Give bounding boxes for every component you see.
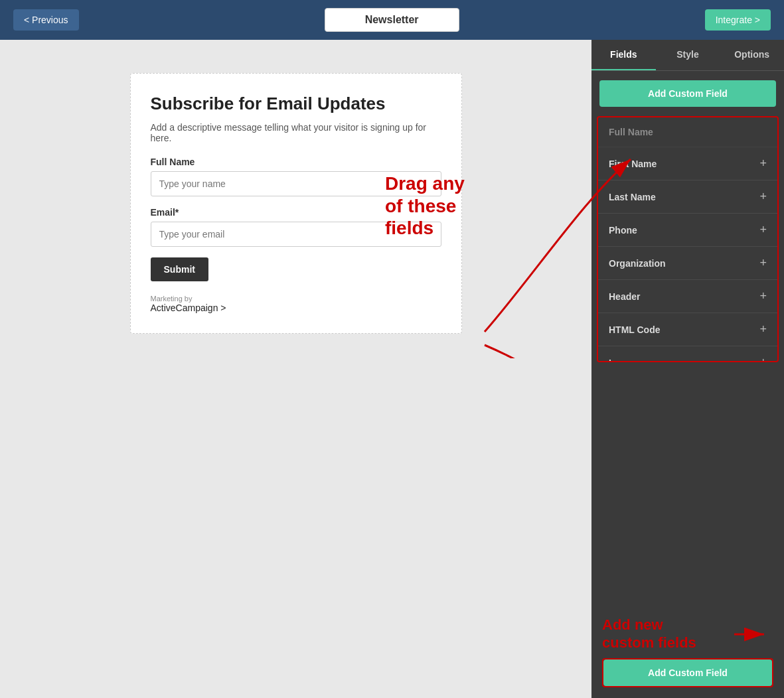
field-item-full-name: Full Name bbox=[598, 117, 777, 147]
add-custom-top-section: Add Custom Field bbox=[599, 80, 776, 107]
drag-hint-text: Drag anyof thesefields bbox=[385, 173, 465, 240]
sidebar-bottom: Add newcustom fields Add Custom Field bbox=[591, 606, 784, 698]
sidebar: Fields Style Options Add Custom Field Fu… bbox=[591, 40, 784, 698]
form-title: Subscribe for Email Updates bbox=[151, 94, 441, 114]
plus-icon: + bbox=[759, 289, 767, 303]
plus-icon: + bbox=[759, 190, 767, 204]
tab-style[interactable]: Style bbox=[656, 40, 720, 70]
sidebar-tabs: Fields Style Options bbox=[591, 40, 784, 71]
add-new-hint-text: Add newcustom fields bbox=[602, 616, 731, 652]
previous-button[interactable]: < Previous bbox=[13, 9, 79, 31]
tab-options[interactable]: Options bbox=[720, 40, 784, 70]
main-layout: Drag anyof thesefields Subscribe bbox=[0, 40, 784, 698]
form-footer: Marketing by ActiveCampaign > bbox=[151, 295, 441, 313]
full-name-label: Full Name bbox=[151, 157, 441, 167]
plus-icon: + bbox=[759, 223, 767, 237]
plus-icon: + bbox=[759, 322, 767, 336]
plus-icon: + bbox=[759, 157, 767, 171]
plus-icon: + bbox=[759, 356, 767, 362]
header: < Previous Newsletter Integrate > bbox=[0, 0, 784, 40]
add-custom-field-bottom-button[interactable]: Add Custom Field bbox=[603, 660, 772, 686]
form-description: Add a descriptive message telling what y… bbox=[151, 122, 441, 143]
submit-button[interactable]: Submit bbox=[151, 257, 208, 281]
add-custom-field-top-button[interactable]: Add Custom Field bbox=[599, 80, 776, 107]
tab-fields[interactable]: Fields bbox=[591, 40, 656, 70]
canvas-area: Drag anyof thesefields Subscribe bbox=[0, 40, 591, 698]
integrate-button[interactable]: Integrate > bbox=[705, 9, 771, 31]
plus-icon: + bbox=[759, 256, 767, 270]
add-custom-field-bottom-wrapper: Add Custom Field bbox=[602, 658, 773, 687]
page-title: Newsletter bbox=[325, 8, 459, 32]
